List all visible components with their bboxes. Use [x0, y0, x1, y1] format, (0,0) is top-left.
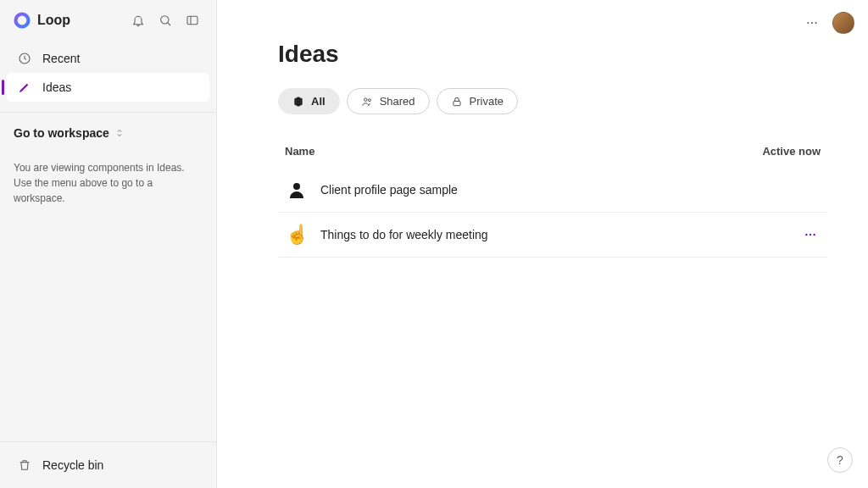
- page-title: Ideas: [278, 41, 827, 68]
- top-right-actions: [802, 12, 854, 34]
- lock-icon: [451, 96, 463, 108]
- sidebar-item-recent[interactable]: Recent: [7, 44, 209, 73]
- clock-icon: [17, 51, 32, 66]
- people-icon: [361, 96, 373, 108]
- filter-label: Private: [470, 95, 504, 108]
- row-more-button[interactable]: [800, 225, 821, 245]
- notifications-button[interactable]: [128, 10, 148, 30]
- components-list: Name Active now Client profile page samp…: [278, 138, 827, 258]
- question-icon: ?: [837, 453, 843, 467]
- more-options-button[interactable]: [802, 13, 822, 33]
- sidebar: Loop Recent Ideas: [0, 0, 217, 488]
- panel-toggle-button[interactable]: [182, 10, 203, 30]
- pen-icon: [17, 80, 32, 95]
- svg-rect-2: [187, 16, 198, 24]
- svg-point-7: [364, 97, 367, 101]
- column-activity: Active now: [762, 145, 821, 158]
- svg-point-10: [293, 183, 300, 190]
- sidebar-item-ideas[interactable]: Ideas: [7, 73, 209, 102]
- app-logo[interactable]: Loop: [14, 12, 70, 29]
- svg-point-6: [815, 22, 817, 24]
- filter-label: Shared: [380, 95, 415, 108]
- recycle-bin-button[interactable]: Recycle bin: [7, 451, 209, 480]
- workspace-hint: You are viewing components in Ideas. Use…: [14, 160, 203, 206]
- loop-logo-icon: [14, 12, 31, 29]
- filter-label: All: [311, 95, 326, 108]
- svg-rect-9: [453, 101, 459, 105]
- go-to-workspace-button[interactable]: Go to workspace: [14, 126, 203, 140]
- svg-point-5: [811, 22, 813, 24]
- row-title: Client profile page sample: [320, 183, 458, 197]
- search-button[interactable]: [155, 10, 175, 30]
- sidebar-item-label: Ideas: [42, 80, 71, 94]
- svg-point-13: [813, 234, 815, 236]
- recycle-label: Recycle bin: [42, 458, 103, 472]
- chevron-updown-icon: [114, 128, 125, 138]
- panel-icon: [186, 14, 199, 27]
- svg-point-1: [161, 16, 169, 24]
- trash-icon: [17, 458, 32, 473]
- svg-point-11: [805, 234, 807, 236]
- avatar[interactable]: [832, 12, 854, 34]
- bell-icon: [131, 14, 145, 27]
- filter-pills: All Shared Private: [278, 88, 827, 114]
- cube-icon: [292, 96, 304, 108]
- list-item[interactable]: Client profile page sample: [278, 168, 827, 213]
- help-button[interactable]: ?: [827, 447, 853, 473]
- sidebar-item-label: Recent: [42, 52, 80, 65]
- list-item[interactable]: ☝️ Things to do for weekly meeting: [278, 213, 827, 258]
- workspace-section: Go to workspace You are viewing componen…: [0, 112, 216, 219]
- svg-point-8: [368, 98, 370, 101]
- header-actions: [128, 10, 203, 30]
- search-icon: [159, 14, 172, 27]
- sidebar-nav: Recent Ideas: [0, 41, 216, 105]
- ellipsis-icon: [805, 16, 819, 30]
- filter-private[interactable]: Private: [437, 88, 518, 114]
- filter-all[interactable]: All: [278, 88, 340, 114]
- list-header: Name Active now: [278, 138, 827, 168]
- sidebar-bottom: Recycle bin: [0, 441, 216, 488]
- silhouette-icon: [285, 178, 309, 202]
- pointing-up-emoji-icon: ☝️: [285, 223, 309, 247]
- main-content: Ideas All Shared Private Name A: [217, 0, 868, 488]
- filter-shared[interactable]: Shared: [347, 88, 430, 114]
- ellipsis-icon: [804, 228, 817, 241]
- sidebar-header: Loop: [0, 0, 216, 41]
- svg-point-4: [807, 22, 809, 24]
- svg-point-12: [810, 234, 811, 236]
- svg-point-0: [16, 14, 29, 27]
- column-name: Name: [285, 145, 314, 158]
- row-title: Things to do for weekly meeting: [320, 228, 488, 241]
- app-name: Loop: [37, 13, 70, 28]
- workspace-label: Go to workspace: [14, 126, 109, 140]
